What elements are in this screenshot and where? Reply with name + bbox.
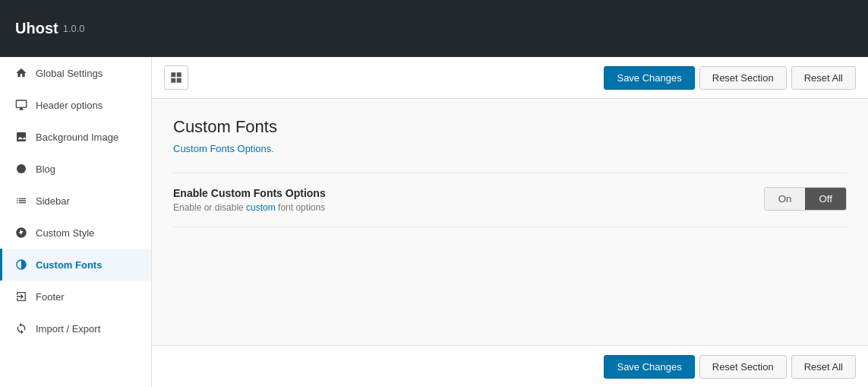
option-description: Enable or disable custom font options xyxy=(173,202,764,213)
option-desc-suffix: font options xyxy=(276,202,325,213)
sidebar-item-footer[interactable]: Footer xyxy=(0,281,151,312)
toolbar-buttons: Save Changes Reset Section Reset All xyxy=(604,66,856,90)
bottom-buttons: Save Changes Reset Section Reset All xyxy=(604,355,856,379)
sidebar-label-custom-style: Custom Style xyxy=(36,227,94,239)
section-subtitle[interactable]: Custom Fonts Options. xyxy=(173,143,847,154)
option-control: On Off xyxy=(764,187,847,211)
toggle-on-button[interactable]: On xyxy=(765,188,806,210)
sidebar-label-blog: Blog xyxy=(36,163,55,175)
home-icon xyxy=(14,66,28,80)
sidebar-item-import-export[interactable]: Import / Export xyxy=(0,312,151,344)
svg-point-0 xyxy=(17,164,26,173)
option-desc-prefix: Enable or disable xyxy=(173,202,246,213)
toolbar-left xyxy=(164,65,188,90)
reset-all-button-top[interactable]: Reset All xyxy=(791,66,856,90)
custom-fonts-option-row: Enable Custom Fonts Options Enable or di… xyxy=(173,173,847,227)
toggle-panel-button[interactable] xyxy=(164,65,188,90)
sidebar-label-sidebar: Sidebar xyxy=(36,195,70,207)
top-toolbar: Save Changes Reset Section Reset All xyxy=(152,57,868,99)
sidebar-label-header-options: Header options xyxy=(36,100,103,111)
sidebar-item-sidebar[interactable]: Sidebar xyxy=(0,185,151,217)
option-label: Enable Custom Fonts Options xyxy=(173,187,764,199)
sidebar-item-blog[interactable]: Blog xyxy=(0,153,151,185)
topbar: Uhost 1.0.0 xyxy=(0,0,868,57)
option-desc-link[interactable]: custom xyxy=(246,202,276,213)
cc-icon xyxy=(14,226,28,239)
sidebar-label-global-settings: Global Settings xyxy=(36,68,103,79)
sidebar-item-background-image[interactable]: Background Image xyxy=(0,121,151,153)
refresh-icon xyxy=(14,322,28,335)
app-logo: Uhost xyxy=(15,20,58,37)
sidebar-label-import-export: Import / Export xyxy=(36,323,100,335)
option-info: Enable Custom Fonts Options Enable or di… xyxy=(173,187,764,213)
reset-section-button-bottom[interactable]: Reset Section xyxy=(699,355,787,379)
sidebar-label-custom-fonts: Custom Fonts xyxy=(36,259,102,271)
section-body: Custom Fonts Custom Fonts Options. Enabl… xyxy=(152,99,868,345)
sidebar-item-header-options[interactable]: Header options xyxy=(0,89,151,121)
sidebar-item-global-settings[interactable]: Global Settings xyxy=(0,57,151,89)
sidebar-item-custom-style[interactable]: Custom Style xyxy=(0,217,151,249)
section-title: Custom Fonts xyxy=(173,117,847,137)
sidebar-item-custom-fonts[interactable]: Custom Fonts xyxy=(0,249,151,281)
blog-icon xyxy=(14,162,28,176)
main-layout: Global Settings Header options Backgroun… xyxy=(0,57,868,387)
arrow-out-icon xyxy=(14,290,28,303)
save-changes-button-bottom[interactable]: Save Changes xyxy=(604,355,694,379)
app-version: 1.0.0 xyxy=(63,23,85,34)
bottom-toolbar: Save Changes Reset Section Reset All xyxy=(152,345,868,387)
half-circle-icon xyxy=(14,258,28,271)
toggle-switch[interactable]: On Off xyxy=(764,187,847,211)
image-icon xyxy=(14,130,28,144)
list-icon xyxy=(14,194,28,208)
toggle-off-button[interactable]: Off xyxy=(805,188,846,210)
monitor-icon xyxy=(14,98,28,112)
save-changes-button-top[interactable]: Save Changes xyxy=(604,66,694,90)
sidebar: Global Settings Header options Backgroun… xyxy=(0,57,152,387)
sidebar-label-background-image: Background Image xyxy=(36,132,118,143)
sidebar-label-footer: Footer xyxy=(36,291,65,303)
reset-all-button-bottom[interactable]: Reset All xyxy=(791,355,856,379)
reset-section-button-top[interactable]: Reset Section xyxy=(699,66,787,90)
content-area: Save Changes Reset Section Reset All Cus… xyxy=(152,57,868,387)
